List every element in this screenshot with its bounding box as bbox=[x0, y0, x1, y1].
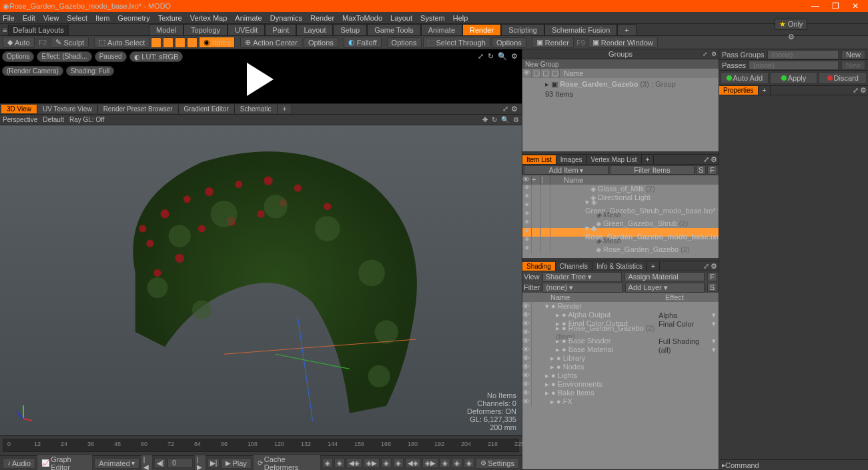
expand-icon[interactable]: ⤢ bbox=[478, 52, 484, 61]
tab-layout[interactable]: Layout bbox=[296, 24, 333, 36]
sh-expand-icon[interactable]: ⤢ bbox=[703, 262, 709, 271]
edge-mode[interactable] bbox=[163, 37, 173, 48]
menu-item[interactable]: Item bbox=[95, 14, 109, 22]
rotate-icon[interactable]: ↻ bbox=[488, 52, 494, 61]
menu-animate[interactable]: Animate bbox=[235, 14, 262, 22]
prop-gear-icon[interactable]: ⚙ bbox=[860, 86, 867, 95]
key8[interactable]: ◈▶ bbox=[422, 458, 438, 468]
renderwindow-button[interactable]: ▣ Render Window bbox=[588, 37, 658, 48]
prev-frame[interactable]: ◀| bbox=[154, 458, 167, 468]
selthrough-button[interactable]: ⬚ Select Through bbox=[423, 37, 490, 48]
tab-animate[interactable]: Animate bbox=[421, 24, 462, 36]
groups-expand-icon[interactable]: ⤢ bbox=[701, 51, 709, 58]
layout-menu-icon[interactable]: ≡ bbox=[3, 26, 7, 34]
shader-row[interactable]: 👁▸ ● Rose_Garden_Gazebo (2) (Item) bbox=[522, 328, 719, 337]
actioncenter-button[interactable]: ⊕ Action Center bbox=[240, 37, 302, 48]
menu-vertexmap[interactable]: Vertex Map bbox=[190, 14, 228, 22]
tab-info[interactable]: Info & Statistics bbox=[592, 262, 647, 271]
frame-input[interactable]: 0 bbox=[167, 458, 193, 468]
render-paused[interactable]: Paused bbox=[95, 51, 127, 62]
tab-model[interactable]: Model bbox=[149, 24, 183, 36]
passes-dropdown[interactable]: (none) bbox=[749, 61, 839, 70]
shader-row[interactable]: 👁▸ ● Library bbox=[522, 354, 719, 363]
passgroups-dropdown[interactable]: (none) bbox=[767, 50, 839, 59]
menu-dynamics[interactable]: Dynamics bbox=[270, 14, 302, 22]
menu-geometry[interactable]: Geometry bbox=[117, 14, 149, 22]
key11[interactable]: ◈ bbox=[464, 458, 474, 468]
shader-row[interactable]: 👁▸ ● FX bbox=[522, 397, 719, 406]
additem-dropdown[interactable]: Add Item ▾ bbox=[524, 165, 608, 175]
item-row[interactable]: 👁▾ ◈ Rose_Garden_Gazebo_modo_base.lxo* bbox=[522, 228, 719, 237]
audio-button[interactable]: ♪ Audio bbox=[3, 458, 35, 469]
il-expand-icon[interactable]: ⤢ bbox=[703, 155, 709, 164]
tab-itemlist[interactable]: Item List bbox=[522, 155, 556, 164]
vp-expand-icon[interactable]: ⤢ bbox=[502, 105, 508, 113]
shader-row[interactable]: 👁▸ ● Lights bbox=[522, 371, 719, 380]
maximize-button[interactable]: ❐ bbox=[825, 1, 845, 11]
menu-view[interactable]: View bbox=[43, 14, 59, 22]
item-row[interactable]: 👁◈ Rose_Garden_Gazebo (2) bbox=[522, 245, 719, 254]
render-camera[interactable]: (Render Camera) bbox=[2, 66, 63, 76]
shader-row[interactable]: 👁▸ ● Environments bbox=[522, 380, 719, 389]
options2-button[interactable]: Options bbox=[387, 37, 422, 48]
gear2-icon[interactable]: ⚙ bbox=[511, 52, 518, 61]
groups-list[interactable]: ▸ ▣ Rose_Garden_Gazebo (3) : Group 93 It… bbox=[522, 78, 719, 151]
menu-render[interactable]: Render bbox=[310, 14, 334, 22]
shading-tree[interactable]: 👁▾ ● Render👁▸ ● Alpha OutputAlpha▾👁▸ ● F… bbox=[522, 302, 719, 469]
autoselect-button[interactable]: ⬚ Auto Select bbox=[94, 37, 149, 48]
shader-row[interactable]: 👁▸ ● Base ShaderFull Shading▾ bbox=[522, 337, 719, 345]
options1-button[interactable]: Options bbox=[304, 37, 338, 48]
options3-button[interactable]: Options bbox=[492, 37, 526, 48]
play-button[interactable]: ▶ Play bbox=[221, 458, 251, 469]
next-frame[interactable]: |▶ bbox=[194, 455, 206, 471]
tab-images[interactable]: Images bbox=[556, 155, 587, 164]
tab-add4[interactable]: + bbox=[647, 262, 660, 271]
falloff-button[interactable]: ◐ Falloff bbox=[344, 37, 382, 48]
tab-uvtexture[interactable]: UV Texture View bbox=[37, 105, 98, 113]
tab-schematic[interactable]: Schematic Fusion bbox=[544, 24, 617, 36]
apply-button[interactable]: Apply bbox=[770, 72, 818, 84]
sh-s-button[interactable]: S bbox=[707, 283, 717, 292]
addlayer-dropdown[interactable]: Add Layer ▾ bbox=[625, 283, 705, 293]
cache-button[interactable]: ⟳ Cache Deformers bbox=[253, 454, 321, 471]
zoom-icon[interactable]: 🔍 bbox=[498, 52, 507, 61]
autoadd-button[interactable]: Auto Add bbox=[721, 72, 769, 84]
filteritems-dropdown[interactable]: Filter Items bbox=[610, 165, 695, 175]
key9[interactable]: ◈ bbox=[440, 458, 450, 468]
shfilter-dropdown[interactable]: (none) ▾ bbox=[542, 283, 622, 293]
tab-schematic2[interactable]: Schematic bbox=[235, 105, 278, 113]
shader-row[interactable]: 👁▸ ● Alpha OutputAlpha▾ bbox=[522, 311, 719, 319]
il-gear-icon[interactable]: ⚙ bbox=[711, 155, 717, 164]
menu-system[interactable]: System bbox=[420, 14, 445, 22]
sh-f-button[interactable]: F bbox=[707, 272, 717, 281]
tab-render[interactable]: Render bbox=[462, 24, 501, 36]
items-button[interactable]: ◉ Items bbox=[199, 37, 235, 48]
tab-gametools[interactable]: Game Tools bbox=[367, 24, 421, 36]
menu-layout[interactable]: Layout bbox=[390, 14, 412, 22]
il-f-button[interactable]: F bbox=[707, 165, 717, 175]
menu-select[interactable]: Select bbox=[67, 14, 87, 22]
key6[interactable]: ◈ bbox=[393, 458, 404, 468]
assignmat-dropdown[interactable]: Assign Material bbox=[624, 272, 705, 281]
tab-add2[interactable]: + bbox=[278, 105, 293, 113]
settings-button[interactable]: ⚙ Settings bbox=[476, 458, 519, 469]
viewport-3d[interactable]: No Items Channels: 0 Deformers: ON GL: 6… bbox=[0, 125, 522, 435]
animated-dropdown[interactable]: Animated ▾ bbox=[94, 458, 139, 469]
menu-maxtomodo[interactable]: MaxToModo bbox=[342, 14, 382, 22]
shader-row[interactable]: 👁▸ ● Nodes bbox=[522, 363, 719, 371]
menu-help[interactable]: Help bbox=[453, 14, 468, 22]
tab-3dview[interactable]: 3D View bbox=[1, 105, 37, 113]
render-lut[interactable]: ◐ LUT: sRGB bbox=[129, 51, 183, 62]
auto-button[interactable]: ◆ Auto bbox=[3, 37, 35, 48]
vp-zoom-icon[interactable]: 🔍 bbox=[501, 116, 509, 123]
prop-expand-icon[interactable]: ⤢ bbox=[853, 86, 859, 95]
tab-vertexmap[interactable]: Vertex Map List bbox=[587, 155, 642, 164]
minimize-button[interactable]: — bbox=[805, 1, 825, 11]
tab-add[interactable]: + bbox=[617, 24, 636, 36]
vp-default[interactable]: Default bbox=[43, 116, 64, 123]
key7[interactable]: ◀◈ bbox=[405, 458, 421, 468]
play-icon[interactable] bbox=[247, 63, 274, 96]
gear-icon[interactable]: ⚙ bbox=[788, 33, 795, 41]
render-button[interactable]: ▣ Render bbox=[532, 37, 574, 48]
vp-gear-icon[interactable]: ⚙ bbox=[511, 105, 518, 113]
